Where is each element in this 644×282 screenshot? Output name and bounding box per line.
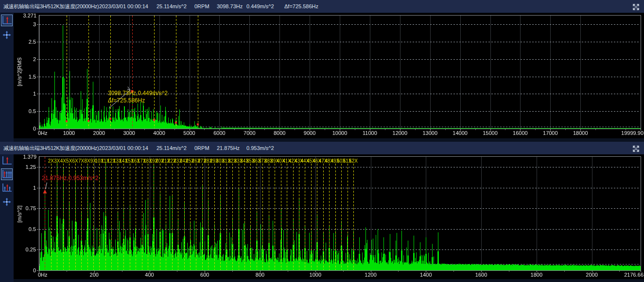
delta-f-readout: Δf=725.586Hz (284, 0, 318, 13)
panel-header-bottom: 减速机轴输出端3H/512K加速度(20000Hz) 2023/03/01 00… (0, 142, 644, 154)
rpm-readout: 0RPM (194, 0, 209, 13)
harmonic-cursor-tool[interactable] (1, 168, 13, 180)
annotation-line2: Δf=725.586Hz (108, 97, 168, 104)
annotation-line1: 21.875Hz,0.953m/s^2 (42, 175, 98, 182)
expand-icon[interactable] (632, 144, 640, 152)
cursor-amp-readout: 0.953m/s^2 (246, 142, 274, 154)
panel-header-top: 减速机轴输出端3H/512K加速度(20000Hz) 2023/03/01 00… (0, 0, 644, 13)
panel-datetime: 2023/03/01 00:00:14 (99, 142, 148, 154)
annotation-line1: 3098.73Hz,0.449m/s^2 (108, 90, 168, 97)
pan-tool[interactable] (1, 29, 13, 41)
panel-title: 减速机轴输出端3H/512K加速度(20000Hz) (3, 0, 99, 13)
cursor-freq-readout: 21.875Hz (217, 142, 240, 154)
cursor-annotation-bottom: 21.875Hz,0.953m/s^2 (42, 175, 98, 182)
spectrum-canvas-top[interactable] (14, 13, 644, 138)
overall-readout: 25.114m/s^2 (157, 142, 187, 154)
panel-title: 减速机轴输出端3H/512K加速度(20000Hz) (3, 142, 99, 154)
cursor-freq-readout: 3098.73Hz (217, 0, 243, 13)
overall-readout: 25.114m/s^2 (157, 0, 187, 13)
panel-datetime: 2023/03/01 00:00:14 (99, 0, 148, 13)
cursor-amp-readout: 0.449m/s^2 (246, 0, 274, 13)
plot-toolbar-top (0, 13, 14, 142)
single-cursor-tool[interactable] (1, 155, 13, 166)
rpm-readout: 0RPM (194, 142, 209, 154)
expand-icon[interactable] (632, 2, 640, 10)
cursor-annotation-top: 3098.73Hz,0.449m/s^2 Δf=725.586Hz (108, 90, 168, 104)
y-axis-unit-top: [m/s^2]RMS (17, 57, 22, 86)
plot-toolbar-bottom (0, 154, 14, 282)
vibration-analyzer-window: 减速机轴输出端3H/512K加速度(20000Hz) 2023/03/01 00… (0, 0, 644, 282)
pan-tool[interactable] (1, 196, 13, 208)
sideband-cursor-tool[interactable] (1, 182, 13, 194)
single-cursor-tool[interactable] (1, 15, 13, 26)
spectrum-canvas-bottom[interactable] (14, 154, 644, 279)
y-axis-unit-bottom: [m/s^2] (17, 205, 22, 222)
